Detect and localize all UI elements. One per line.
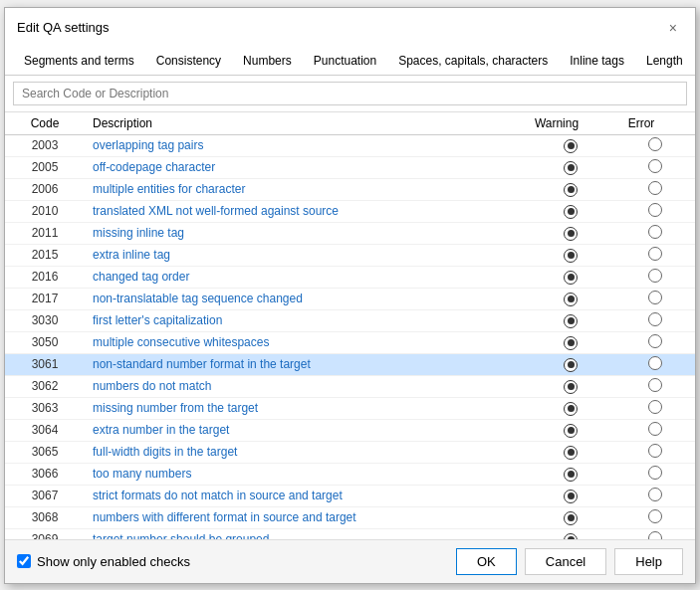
table-row[interactable]: 2011 missing inline tag: [5, 223, 695, 245]
row-warning[interactable]: [526, 181, 615, 197]
tab-consistency[interactable]: Consistency: [145, 48, 232, 75]
error-radio[interactable]: [648, 269, 662, 283]
warning-radio[interactable]: [564, 271, 578, 285]
row-warning[interactable]: [526, 159, 615, 175]
row-warning[interactable]: [526, 247, 615, 263]
row-error[interactable]: [615, 422, 695, 439]
row-warning[interactable]: [526, 488, 615, 503]
row-warning[interactable]: [526, 269, 615, 285]
table-row[interactable]: 2017 non-translatable tag sequence chang…: [5, 289, 695, 310]
error-radio[interactable]: [648, 356, 662, 370]
row-error[interactable]: [615, 203, 695, 220]
warning-radio[interactable]: [564, 205, 578, 219]
row-error[interactable]: [615, 444, 695, 461]
error-radio[interactable]: [648, 466, 662, 480]
warning-radio[interactable]: [564, 293, 578, 306]
row-error[interactable]: [615, 466, 695, 483]
row-error[interactable]: [615, 291, 695, 307]
row-error[interactable]: [615, 269, 695, 286]
row-warning[interactable]: [526, 378, 615, 394]
error-radio[interactable]: [648, 334, 662, 348]
error-radio[interactable]: [648, 159, 662, 173]
warning-radio[interactable]: [564, 139, 578, 153]
table-row[interactable]: 3069 target number should be grouped: [5, 529, 695, 539]
table-row[interactable]: 3030 first letter's capitalization: [5, 310, 695, 332]
error-radio[interactable]: [648, 181, 662, 195]
error-radio[interactable]: [648, 137, 662, 151]
warning-radio[interactable]: [564, 468, 578, 482]
warning-radio[interactable]: [564, 358, 578, 372]
error-radio[interactable]: [648, 400, 662, 414]
search-input[interactable]: [13, 82, 687, 105]
warning-radio[interactable]: [564, 336, 578, 350]
table-row[interactable]: 3065 full-width digits in the target: [5, 442, 695, 464]
row-warning[interactable]: [526, 400, 615, 416]
tab-spaces--capitals--characters[interactable]: Spaces, capitals, characters: [387, 48, 559, 75]
error-radio[interactable]: [648, 203, 662, 217]
warning-radio[interactable]: [564, 249, 578, 263]
row-warning[interactable]: [526, 291, 615, 306]
row-error[interactable]: [615, 137, 695, 154]
warning-radio[interactable]: [564, 314, 578, 328]
row-error[interactable]: [615, 531, 695, 539]
table-row[interactable]: 2015 extra inline tag: [5, 245, 695, 267]
row-error[interactable]: [615, 509, 695, 526]
error-radio[interactable]: [648, 509, 662, 523]
row-warning[interactable]: [526, 422, 615, 438]
ok-button[interactable]: OK: [456, 548, 517, 575]
table-row[interactable]: 2003 overlapping tag pairs: [5, 135, 695, 157]
warning-radio[interactable]: [564, 161, 578, 175]
error-radio[interactable]: [648, 422, 662, 436]
warning-radio[interactable]: [564, 183, 578, 197]
row-warning[interactable]: [526, 137, 615, 153]
error-radio[interactable]: [648, 247, 662, 261]
row-error[interactable]: [615, 225, 695, 242]
table-row[interactable]: 2006 multiple entities for character: [5, 179, 695, 201]
row-error[interactable]: [615, 159, 695, 176]
row-warning[interactable]: [526, 312, 615, 328]
table-row[interactable]: 3067 strict formats do not match in sour…: [5, 486, 695, 507]
tab-numbers[interactable]: Numbers: [232, 48, 303, 75]
warning-radio[interactable]: [564, 490, 578, 503]
row-warning[interactable]: [526, 444, 615, 460]
error-radio[interactable]: [648, 488, 662, 501]
cancel-button[interactable]: Cancel: [525, 548, 606, 575]
show-enabled-checkbox[interactable]: [17, 554, 31, 568]
error-radio[interactable]: [648, 312, 662, 326]
error-radio[interactable]: [648, 378, 662, 392]
table-row[interactable]: 2016 changed tag order: [5, 267, 695, 289]
row-error[interactable]: [615, 181, 695, 198]
table-row[interactable]: 3050 multiple consecutive whitespaces: [5, 332, 695, 354]
help-button[interactable]: Help: [614, 548, 683, 575]
warning-radio[interactable]: [564, 511, 578, 525]
tab-punctuation[interactable]: Punctuation: [303, 48, 387, 75]
table-row[interactable]: 3064 extra number in the target: [5, 420, 695, 442]
row-error[interactable]: [615, 356, 695, 373]
row-warning[interactable]: [526, 356, 615, 372]
table-row[interactable]: 3068 numbers with different format in so…: [5, 507, 695, 529]
row-error[interactable]: [615, 312, 695, 329]
table-row[interactable]: 3063 missing number from the target: [5, 398, 695, 420]
row-warning[interactable]: [526, 509, 615, 525]
tab-length[interactable]: Length: [635, 48, 694, 75]
row-warning[interactable]: [526, 531, 615, 538]
table-row[interactable]: 3062 numbers do not match: [5, 376, 695, 398]
tab-inline-tags[interactable]: Inline tags: [559, 48, 635, 75]
close-button[interactable]: ×: [663, 18, 683, 38]
row-warning[interactable]: [526, 466, 615, 482]
warning-radio[interactable]: [564, 446, 578, 460]
table-row[interactable]: 2010 translated XML not well-formed agai…: [5, 201, 695, 223]
row-warning[interactable]: [526, 225, 615, 241]
row-warning[interactable]: [526, 203, 615, 219]
table-row[interactable]: 2005 off-codepage character: [5, 157, 695, 179]
row-error[interactable]: [615, 400, 695, 417]
error-radio[interactable]: [648, 291, 662, 304]
warning-radio[interactable]: [564, 424, 578, 438]
table-row[interactable]: 3066 too many numbers: [5, 464, 695, 486]
warning-radio[interactable]: [564, 402, 578, 416]
tab-regex[interactable]: Regex: [694, 48, 700, 75]
error-radio[interactable]: [648, 531, 662, 539]
row-warning[interactable]: [526, 334, 615, 350]
row-error[interactable]: [615, 334, 695, 351]
row-error[interactable]: [615, 247, 695, 264]
